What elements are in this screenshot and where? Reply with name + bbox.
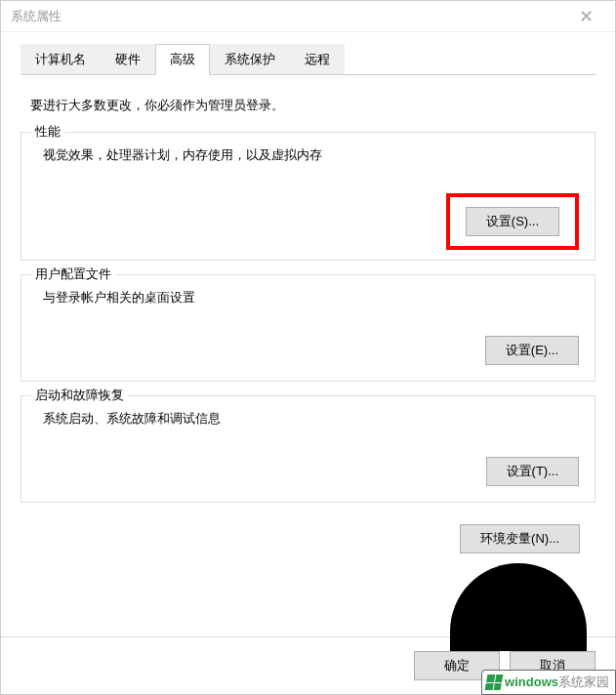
env-var-row: 环境变量(N)... bbox=[21, 524, 595, 553]
user-profile-settings-button[interactable]: 设置(E)... bbox=[485, 336, 579, 365]
close-icon[interactable]: ✕ bbox=[566, 6, 605, 27]
watermark-text: windows系统家园 bbox=[505, 674, 609, 691]
startup-recovery-desc: 系统启动、系统故障和调试信息 bbox=[37, 410, 579, 428]
performance-group: 性能 视觉效果，处理器计划，内存使用，以及虚拟内存 设置(S)... bbox=[21, 132, 595, 261]
tab-remote[interactable]: 远程 bbox=[290, 44, 345, 74]
intro-text: 要进行大多数更改，你必须作为管理员登录。 bbox=[30, 97, 586, 114]
windows-flag-icon bbox=[485, 675, 504, 690]
tab-hardware[interactable]: 硬件 bbox=[101, 44, 155, 74]
titlebar: 系统属性 ✕ bbox=[1, 1, 615, 32]
content-area: 计算机名 硬件 高级 系统保护 远程 要进行大多数更改，你必须作为管理员登录。 … bbox=[1, 32, 615, 636]
user-profile-title: 用户配置文件 bbox=[31, 266, 115, 283]
highlight-box: 设置(S)... bbox=[446, 193, 579, 250]
tab-bar: 计算机名 硬件 高级 系统保护 远程 bbox=[21, 44, 595, 75]
tab-computer-name[interactable]: 计算机名 bbox=[21, 44, 101, 74]
startup-recovery-settings-button[interactable]: 设置(T)... bbox=[486, 457, 579, 486]
startup-recovery-group: 启动和故障恢复 系统启动、系统故障和调试信息 设置(T)... bbox=[21, 395, 595, 503]
watermark-logo: windows系统家园 bbox=[481, 670, 616, 695]
performance-settings-button[interactable]: 设置(S)... bbox=[466, 207, 559, 236]
startup-recovery-title: 启动和故障恢复 bbox=[31, 387, 128, 404]
performance-desc: 视觉效果，处理器计划，内存使用，以及虚拟内存 bbox=[37, 146, 579, 164]
user-profile-group: 用户配置文件 与登录帐户相关的桌面设置 设置(E)... bbox=[21, 274, 595, 382]
tab-advanced[interactable]: 高级 bbox=[155, 44, 210, 75]
performance-title: 性能 bbox=[31, 123, 64, 141]
user-profile-desc: 与登录帐户相关的桌面设置 bbox=[37, 289, 579, 307]
tab-system-protection[interactable]: 系统保护 bbox=[210, 44, 290, 74]
environment-variables-button[interactable]: 环境变量(N)... bbox=[460, 524, 580, 553]
window-title: 系统属性 bbox=[11, 8, 566, 25]
